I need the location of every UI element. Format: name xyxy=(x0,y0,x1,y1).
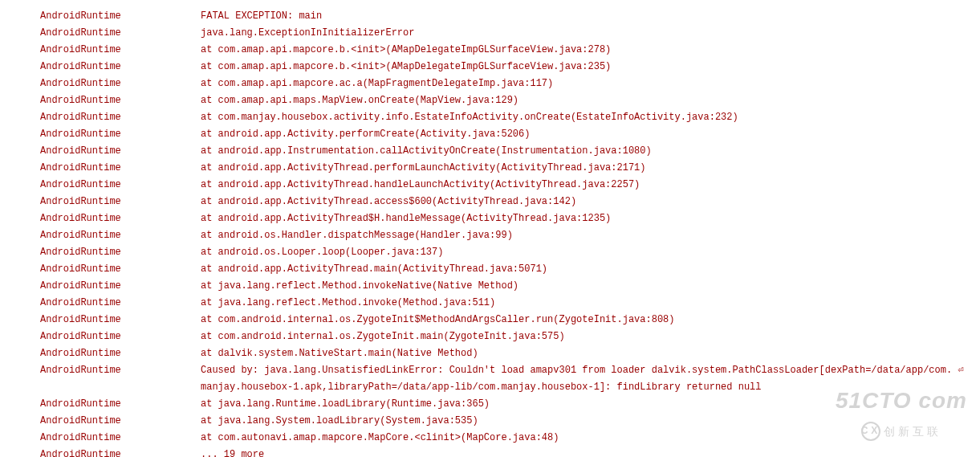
log-message: at android.os.Handler.dispatchMessage(Ha… xyxy=(201,227,980,244)
log-tag: AndroidRuntime xyxy=(40,177,201,194)
log-message: at android.app.ActivityThread.performLau… xyxy=(201,160,980,177)
log-message: at android.app.ActivityThread.main(Activ… xyxy=(201,261,980,278)
log-line[interactable]: manjay.housebox-1.apk,libraryPath=/data/… xyxy=(40,379,980,396)
log-message: at com.manjay.housebox.activity.info.Est… xyxy=(201,109,980,126)
log-tag: AndroidRuntime xyxy=(40,362,201,379)
log-tag: AndroidRuntime xyxy=(40,227,201,244)
log-line[interactable]: AndroidRuntimeCaused by: java.lang.Unsat… xyxy=(40,362,980,379)
log-message: at java.lang.Runtime.loadLibrary(Runtime… xyxy=(201,396,980,413)
log-tag: AndroidRuntime xyxy=(40,42,201,59)
log-line[interactable]: AndroidRuntime... 19 more xyxy=(40,447,980,457)
log-line[interactable]: AndroidRuntimeat android.app.ActivityThr… xyxy=(40,194,980,210)
log-line[interactable]: AndroidRuntimeat dalvik.system.NativeSta… xyxy=(40,345,980,362)
log-tag: AndroidRuntime xyxy=(40,194,201,210)
log-tag: AndroidRuntime xyxy=(40,396,201,413)
log-line[interactable]: AndroidRuntimejava.lang.ExceptionInIniti… xyxy=(40,25,980,42)
log-line[interactable]: AndroidRuntimeat com.amap.api.maps.MapVi… xyxy=(40,92,980,109)
log-line[interactable]: AndroidRuntimeat android.app.ActivityThr… xyxy=(40,261,980,278)
log-tag: AndroidRuntime xyxy=(40,430,201,447)
log-message: java.lang.ExceptionInInitializerError xyxy=(201,25,980,42)
log-line[interactable]: AndroidRuntimeat android.os.Looper.loop(… xyxy=(40,244,980,261)
log-message: at android.app.ActivityThread.handleLaun… xyxy=(201,177,980,194)
log-tag: AndroidRuntime xyxy=(40,92,201,109)
log-line[interactable]: AndroidRuntimeat java.lang.reflect.Metho… xyxy=(40,295,980,312)
log-message: at java.lang.reflect.Method.invokeNative… xyxy=(201,278,980,295)
log-tag: AndroidRuntime xyxy=(40,109,201,126)
log-line[interactable]: AndroidRuntimeat android.app.Instrumenta… xyxy=(40,143,980,160)
log-message: ... 19 more xyxy=(201,447,980,457)
log-line[interactable]: AndroidRuntimeat com.android.internal.os… xyxy=(40,328,980,345)
log-line[interactable]: AndroidRuntimeat android.os.Handler.disp… xyxy=(40,227,980,244)
log-line[interactable]: AndroidRuntimeat android.app.ActivityThr… xyxy=(40,160,980,177)
log-tag: AndroidRuntime xyxy=(40,244,201,261)
log-tag: AndroidRuntime xyxy=(40,59,201,75)
log-message: at com.autonavi.amap.mapcore.MapCore.<cl… xyxy=(201,430,980,447)
log-message: at android.app.ActivityThread$H.handleMe… xyxy=(201,210,980,227)
log-tag: AndroidRuntime xyxy=(40,25,201,42)
log-message: at android.app.ActivityThread.access$600… xyxy=(201,194,980,210)
log-tag: AndroidRuntime xyxy=(40,295,201,312)
log-message: at java.lang.System.loadLibrary(System.j… xyxy=(201,413,980,430)
log-message: at android.app.Activity.performCreate(Ac… xyxy=(201,126,980,143)
log-tag: AndroidRuntime xyxy=(40,143,201,160)
log-tag xyxy=(40,379,201,396)
log-line[interactable]: AndroidRuntimeat java.lang.System.loadLi… xyxy=(40,413,980,430)
log-tag: AndroidRuntime xyxy=(40,261,201,278)
log-output[interactable]: AndroidRuntimeFATAL EXCEPTION: mainAndro… xyxy=(40,8,980,457)
log-tag: AndroidRuntime xyxy=(40,447,201,457)
log-tag: AndroidRuntime xyxy=(40,413,201,430)
log-tag: AndroidRuntime xyxy=(40,126,201,143)
log-message: at java.lang.reflect.Method.invoke(Metho… xyxy=(201,295,980,312)
log-message: manjay.housebox-1.apk,libraryPath=/data/… xyxy=(201,379,980,396)
log-message: at com.amap.api.mapcore.b.<init>(AMapDel… xyxy=(201,59,980,75)
log-line[interactable]: AndroidRuntimeat java.lang.reflect.Metho… xyxy=(40,278,980,295)
log-message: at com.amap.api.mapcore.ac.a(MapFragment… xyxy=(201,75,980,92)
log-line[interactable]: AndroidRuntimeat com.android.internal.os… xyxy=(40,312,980,328)
log-line[interactable]: AndroidRuntimeat com.manjay.housebox.act… xyxy=(40,109,980,126)
log-tag: AndroidRuntime xyxy=(40,345,201,362)
log-line[interactable]: AndroidRuntimeat java.lang.Runtime.loadL… xyxy=(40,396,980,413)
log-tag: AndroidRuntime xyxy=(40,312,201,328)
log-line[interactable]: AndroidRuntimeat android.app.ActivityThr… xyxy=(40,177,980,194)
log-tag: AndroidRuntime xyxy=(40,278,201,295)
log-tag: AndroidRuntime xyxy=(40,328,201,345)
log-line[interactable]: AndroidRuntimeat com.autonavi.amap.mapco… xyxy=(40,430,980,447)
log-tag: AndroidRuntime xyxy=(40,8,201,25)
log-message: at com.amap.api.mapcore.b.<init>(AMapDel… xyxy=(201,42,980,59)
log-message: at com.android.internal.os.ZygoteInit.ma… xyxy=(201,328,980,345)
log-line[interactable]: AndroidRuntimeat com.amap.api.mapcore.b.… xyxy=(40,59,980,75)
log-message: at dalvik.system.NativeStart.main(Native… xyxy=(201,345,980,362)
log-message: at com.android.internal.os.ZygoteInit$Me… xyxy=(201,312,980,328)
log-tag: AndroidRuntime xyxy=(40,75,201,92)
log-message: at com.amap.api.maps.MapView.onCreate(Ma… xyxy=(201,92,980,109)
log-line[interactable]: AndroidRuntimeat android.app.Activity.pe… xyxy=(40,126,980,143)
log-message: at android.os.Looper.loop(Looper.java:13… xyxy=(201,244,980,261)
log-message: at android.app.Instrumentation.callActiv… xyxy=(201,143,980,160)
log-message: FATAL EXCEPTION: main xyxy=(201,8,980,25)
log-line[interactable]: AndroidRuntimeFATAL EXCEPTION: main xyxy=(40,8,980,25)
log-line[interactable]: AndroidRuntimeat android.app.ActivityThr… xyxy=(40,210,980,227)
log-tag: AndroidRuntime xyxy=(40,160,201,177)
log-tag: AndroidRuntime xyxy=(40,210,201,227)
log-line[interactable]: AndroidRuntimeat com.amap.api.mapcore.b.… xyxy=(40,42,980,59)
log-message: Caused by: java.lang.UnsatisfiedLinkErro… xyxy=(201,362,980,379)
log-line[interactable]: AndroidRuntimeat com.amap.api.mapcore.ac… xyxy=(40,75,980,92)
